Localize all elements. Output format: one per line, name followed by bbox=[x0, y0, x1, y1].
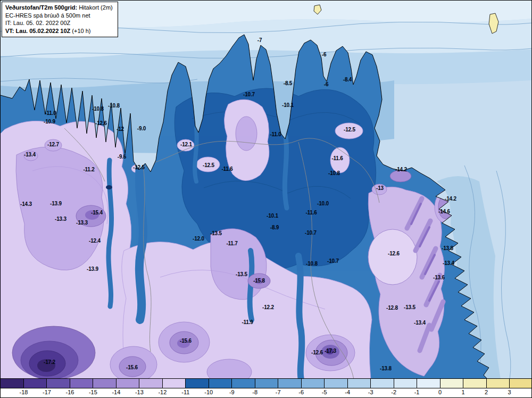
colorbar-cell bbox=[209, 379, 232, 388]
purple-core bbox=[85, 210, 99, 220]
highland-medium-patch bbox=[236, 117, 257, 151]
colorbar-bar bbox=[1, 379, 532, 388]
colorbar-tick-label: -11 bbox=[181, 389, 189, 395]
colorbar-tick-label: 2 bbox=[485, 389, 488, 395]
colorbar-tick-label: -9 bbox=[229, 389, 235, 395]
map-type: Hitakort (2m) bbox=[77, 4, 113, 11]
colorbar-cell bbox=[24, 379, 47, 388]
colorbar-cell bbox=[93, 379, 117, 388]
colorbar-cell bbox=[510, 379, 532, 388]
colorbar-cell bbox=[463, 379, 487, 388]
highland-patch bbox=[335, 123, 363, 139]
title-box: Veðurstofan/T2m 500grid: Hitakort (2m) E… bbox=[2, 2, 118, 37]
highland-patch bbox=[330, 147, 350, 173]
lead-time: (+10 h) bbox=[70, 28, 90, 34]
colorbar-cell bbox=[487, 379, 510, 388]
colorbar-ticks: -18-17-16-15-14-13-12-11-10-9-8-7-6-5-4-… bbox=[1, 388, 532, 398]
colorbar-cell bbox=[139, 379, 163, 388]
purple-core bbox=[119, 356, 146, 377]
highland-oval-east bbox=[368, 229, 417, 285]
colorbar-tick-label: 3 bbox=[508, 389, 511, 395]
purple-core bbox=[326, 348, 334, 354]
coldest-area-core bbox=[37, 359, 55, 372]
colorbar-tick-label: -2 bbox=[391, 389, 396, 395]
colorbar-tick-label: -1 bbox=[414, 389, 420, 395]
colorbar-tick-label: -12 bbox=[158, 389, 167, 395]
subtitle-line: EC-HRES spá brúuð á 500m net bbox=[5, 12, 113, 20]
model-title: Veðurstofan/T2m 500grid: bbox=[5, 4, 77, 11]
valid-time: VT: Lau. 05.02.2022 10Z bbox=[5, 28, 70, 34]
colorbar-tick-label: -4 bbox=[345, 389, 350, 395]
purple-core bbox=[254, 278, 264, 284]
colorbar-cell bbox=[163, 379, 186, 388]
valley-channel bbox=[195, 128, 197, 181]
colorbar-cell bbox=[348, 379, 371, 388]
colorbar-cell bbox=[186, 379, 209, 388]
colorbar-tick-label: -5 bbox=[322, 389, 327, 395]
colorbar-cell bbox=[325, 379, 348, 388]
weather-map-screen: -7-6-8.5-6-8.4-10.7-10.8-10.8-10.1-11.0-… bbox=[0, 0, 532, 398]
purple-core bbox=[177, 338, 190, 348]
colorbar-cell bbox=[417, 379, 440, 388]
highland-patch bbox=[196, 157, 220, 172]
colorbar-tick-label: -3 bbox=[368, 389, 373, 395]
colorbar-tick-label: -14 bbox=[112, 389, 120, 395]
init-time-line: IT: Lau. 05. 02. 2022 00Z bbox=[5, 19, 113, 27]
colorbar-tick-label: -13 bbox=[135, 389, 144, 395]
colorbar-cell bbox=[278, 379, 302, 388]
colorbar-cell bbox=[371, 379, 394, 388]
temperature-colorbar: -18-17-16-15-14-13-12-11-10-9-8-7-6-5-4-… bbox=[1, 378, 532, 397]
colorbar-tick-label: -15 bbox=[89, 389, 97, 395]
valley-channel bbox=[285, 137, 287, 208]
colorbar-tick-label: -8 bbox=[252, 389, 257, 395]
colorbar-cell bbox=[255, 379, 279, 388]
colorbar-cell bbox=[232, 379, 255, 388]
colorbar-tick-label: -6 bbox=[298, 389, 304, 395]
purple-core bbox=[390, 170, 411, 182]
title-line: Veðurstofan/T2m 500grid: Hitakort (2m) bbox=[5, 4, 113, 12]
colorbar-cell bbox=[440, 379, 464, 388]
colorbar-tick-label: -18 bbox=[20, 389, 28, 395]
colorbar-cell bbox=[1, 379, 24, 388]
colorbar-tick-label: -17 bbox=[43, 389, 51, 395]
valid-time-line: VT: Lau. 05.02.2022 10Z (+10 h) bbox=[5, 27, 113, 35]
colorbar-tick-label: -10 bbox=[204, 389, 213, 395]
colorbar-cell bbox=[394, 379, 418, 388]
colorbar-cell bbox=[70, 379, 94, 388]
lake bbox=[106, 185, 112, 189]
weather-map bbox=[1, 1, 532, 379]
colorbar-cell bbox=[47, 379, 70, 388]
colorbar-tick-label: -16 bbox=[65, 389, 74, 395]
colorbar-cell bbox=[117, 379, 140, 388]
valley-channel bbox=[109, 160, 112, 306]
highland-medium-patch bbox=[24, 151, 38, 161]
colorbar-tick-label: 1 bbox=[462, 389, 465, 395]
highland-medium-patch bbox=[45, 139, 62, 151]
colorbar-tick-label: 0 bbox=[438, 389, 442, 395]
valley-channel bbox=[298, 256, 302, 379]
map-canvas bbox=[1, 1, 532, 379]
colorbar-tick-label: -7 bbox=[276, 389, 281, 395]
valley-channel bbox=[139, 167, 143, 320]
colorbar-cell bbox=[302, 379, 325, 388]
